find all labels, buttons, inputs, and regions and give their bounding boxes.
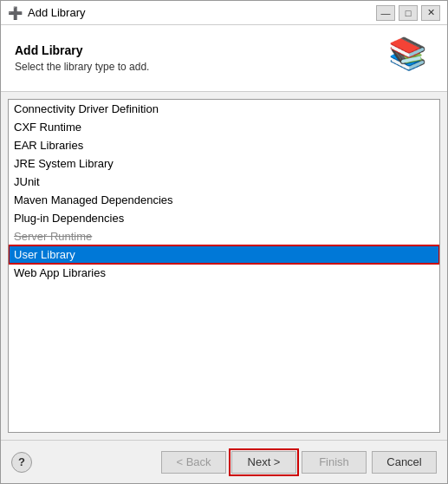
window-icon: ➕ [8, 6, 23, 20]
library-type-list[interactable]: Connectivity Driver DefinitionCXF Runtim… [8, 99, 440, 433]
list-item-user[interactable]: User Library [9, 245, 439, 264]
dialog-footer: ? < Back Next > Finish Cancel [1, 440, 447, 483]
list-item-ear[interactable]: EAR Libraries [9, 136, 439, 154]
help-button[interactable]: ? [11, 452, 32, 473]
library-icon: 📚 [388, 36, 433, 81]
back-button[interactable]: < Back [161, 451, 226, 474]
window-controls: — □ ✕ [376, 5, 440, 21]
list-item-cxf[interactable]: CXF Runtime [9, 118, 439, 136]
list-item-maven[interactable]: Maven Managed Dependencies [9, 191, 439, 209]
header-text: Add Library Select the library type to a… [15, 43, 149, 73]
finish-button[interactable]: Finish [302, 451, 367, 474]
next-button[interactable]: Next > [231, 451, 296, 474]
dialog-content: Connectivity Driver DefinitionCXF Runtim… [1, 92, 447, 440]
dialog-subtitle: Select the library type to add. [15, 61, 149, 73]
minimize-button[interactable]: — [376, 5, 395, 21]
help-area: ? [11, 452, 32, 473]
list-item-plugin[interactable]: Plug-in Dependencies [9, 209, 439, 227]
add-library-window: ➕ Add Library — □ ✕ Add Library Select t… [0, 0, 448, 484]
list-item-jre[interactable]: JRE System Library [9, 154, 439, 173]
cancel-button[interactable]: Cancel [372, 451, 437, 474]
list-item-connectivity[interactable]: Connectivity Driver Definition [9, 100, 439, 118]
close-button[interactable]: ✕ [421, 5, 440, 21]
list-item-server[interactable]: Server Runtime [9, 227, 439, 245]
list-item-webapp[interactable]: Web App Libraries [9, 264, 439, 282]
maximize-button[interactable]: □ [399, 5, 418, 21]
dialog-header: Add Library Select the library type to a… [1, 25, 447, 92]
title-bar: ➕ Add Library — □ ✕ [1, 1, 447, 25]
list-item-junit[interactable]: JUnit [9, 173, 439, 191]
window-title: Add Library [28, 6, 376, 19]
dialog-title: Add Library [15, 43, 149, 57]
action-buttons: < Back Next > Finish Cancel [161, 451, 437, 474]
